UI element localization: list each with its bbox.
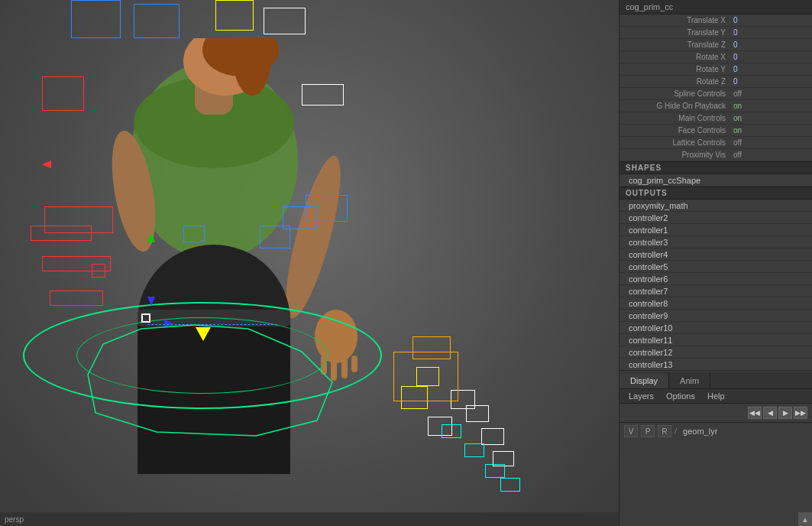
attr-label-5: Rotate Z	[620, 77, 730, 86]
layer-btn-v[interactable]: V	[624, 425, 638, 437]
arrow-up-handle[interactable]	[147, 233, 155, 242]
output-item-1[interactable]: controller2	[620, 212, 812, 224]
wire-box-cyan-3[interactable]	[485, 464, 505, 478]
menu-bar: LayersOptionsHelp	[620, 389, 812, 404]
wire-box-white-head[interactable]	[264, 8, 306, 34]
tab-anim[interactable]: Anim	[669, 373, 710, 388]
attr-row-11[interactable]: Proximity Visoff	[620, 149, 812, 161]
wire-box-blue-3[interactable]	[306, 195, 348, 222]
output-item-11[interactable]: controller11	[620, 334, 812, 346]
arrow-left-handle[interactable]	[42, 161, 51, 168]
tab-display[interactable]: Display	[620, 373, 669, 388]
wire-box-red-1[interactable]	[42, 76, 84, 111]
attr-value-8[interactable]: on	[730, 114, 812, 122]
attr-label-6: Spline Controls	[620, 89, 730, 98]
output-item-5[interactable]: controller5	[620, 261, 812, 273]
arrow-down-handle[interactable]	[147, 297, 155, 306]
viewport[interactable]: persp	[0, 0, 619, 526]
wire-box-cyan-1[interactable]	[442, 424, 461, 438]
output-item-0[interactable]: proxymity_math	[620, 200, 812, 212]
attr-row-2[interactable]: Translate Z0	[620, 39, 812, 51]
attr-row-5[interactable]: Rotate Z0	[620, 76, 812, 88]
viewport-label: persp	[5, 515, 24, 524]
attr-value-1[interactable]: 0	[730, 28, 812, 37]
shapes-header: SHAPES	[620, 161, 812, 174]
attr-value-9[interactable]: on	[730, 126, 812, 135]
attr-label-2: Translate Z	[620, 41, 730, 49]
attr-row-10[interactable]: Lattice Controlsoff	[620, 137, 812, 149]
title-bar: cog_prim_cc	[620, 0, 812, 15]
wire-box-white-shoulder[interactable]	[302, 84, 344, 106]
attr-value-5[interactable]: 0	[730, 77, 812, 86]
wire-box-yellow-head[interactable]	[215, 0, 254, 31]
output-item-7[interactable]: controller7	[620, 285, 812, 297]
attr-label-1: Translate Y	[620, 28, 730, 37]
attr-label-8: Main Controls	[620, 114, 730, 122]
attr-value-10[interactable]: off	[730, 138, 812, 147]
shapes-list: cog_prim_ccShape	[620, 174, 812, 187]
menu-item-layers[interactable]: Layers	[623, 389, 660, 403]
attr-row-4[interactable]: Rotate Y0	[620, 63, 812, 76]
tab-bar: DisplayAnim	[620, 373, 812, 389]
menu-item-help[interactable]: Help	[701, 389, 731, 403]
wire-box-cyan-2[interactable]	[464, 443, 484, 457]
layer-arrow-3[interactable]: ▶▶	[794, 407, 807, 419]
wire-box-red-6[interactable]	[92, 264, 105, 278]
tabs-area: DisplayAnim LayersOptionsHelp ◀◀◀▶▶▶ VPR…	[620, 372, 812, 440]
menu-item-options[interactable]: Options	[660, 389, 701, 403]
wire-box-white-4[interactable]	[481, 428, 504, 445]
attr-label-3: Rotate X	[620, 53, 730, 61]
layer-arrow-0[interactable]: ◀◀	[748, 407, 762, 419]
attr-label-0: Translate X	[620, 16, 730, 24]
outputs-header: OUTPUTS	[620, 187, 812, 200]
output-item-4[interactable]: controller4	[620, 248, 812, 261]
right-panel: cog_prim_cc Translate X0Translate Y0Tran…	[619, 0, 812, 526]
output-item-8[interactable]: controller8	[620, 297, 812, 310]
hip-control-svg	[42, 313, 363, 466]
output-item-12[interactable]: controller12	[620, 346, 812, 359]
output-item-2[interactable]: controller1	[620, 224, 812, 236]
output-item-13[interactable]: controller13	[620, 359, 812, 371]
attr-label-9: Face Controls	[620, 126, 730, 135]
attr-row-3[interactable]: Rotate X0	[620, 51, 812, 63]
layer-separator: /	[675, 427, 677, 436]
output-item-3[interactable]: controller3	[620, 236, 812, 248]
wire-box-white-3[interactable]	[466, 405, 489, 422]
wire-box-orange-2[interactable]	[412, 336, 451, 359]
attr-value-7[interactable]: on	[730, 102, 812, 110]
attr-row-0[interactable]: Translate X0	[620, 15, 812, 27]
attr-label-11: Proximity Vis	[620, 151, 730, 159]
attr-row-1[interactable]: Translate Y0	[620, 27, 812, 39]
wire-box-blue-4[interactable]	[183, 226, 205, 242]
layer-name: geom_lyr	[680, 425, 720, 437]
wire-box-blue-head-2[interactable]	[134, 4, 180, 38]
attr-value-0[interactable]: 0	[730, 16, 812, 24]
layer-btn-p[interactable]: P	[641, 425, 655, 437]
attr-value-3[interactable]: 0	[730, 53, 812, 61]
output-item-6[interactable]: controller6	[620, 273, 812, 285]
wire-box-red-5[interactable]	[50, 291, 103, 306]
output-item-10[interactable]: controller10	[620, 322, 812, 334]
bottom-indicator: ▲	[798, 512, 812, 526]
attr-row-6[interactable]: Spline Controlsoff	[620, 88, 812, 100]
attr-row-7[interactable]: G Hide On Playbackon	[620, 100, 812, 112]
attr-row-9[interactable]: Face Controlson	[620, 125, 812, 137]
outputs-list: proxymity_mathcontroller2controller1cont…	[620, 200, 812, 371]
attr-value-6[interactable]: off	[730, 89, 812, 98]
wire-box-red-3[interactable]	[31, 226, 92, 241]
viewport-bottom-bar: persp	[0, 512, 619, 526]
wire-box-blue-head-1[interactable]	[71, 0, 121, 38]
layer-arrow-2[interactable]: ▶	[778, 407, 792, 419]
wire-box-cyan-4[interactable]	[500, 478, 520, 492]
attr-value-2[interactable]: 0	[730, 41, 812, 49]
attr-label-10: Lattice Controls	[620, 138, 730, 147]
layer-icons-row: ◀◀◀▶▶▶	[620, 404, 812, 423]
layer-arrow-1[interactable]: ◀	[763, 407, 777, 419]
attr-label-7: G Hide On Playback	[620, 102, 730, 110]
attr-row-8[interactable]: Main Controlson	[620, 112, 812, 125]
output-item-9[interactable]: controller9	[620, 310, 812, 322]
attr-value-4[interactable]: 0	[730, 65, 812, 73]
attr-value-11[interactable]: off	[730, 151, 812, 159]
layer-btn-r[interactable]: R	[658, 425, 671, 437]
shape-item-0[interactable]: cog_prim_ccShape	[620, 174, 812, 187]
